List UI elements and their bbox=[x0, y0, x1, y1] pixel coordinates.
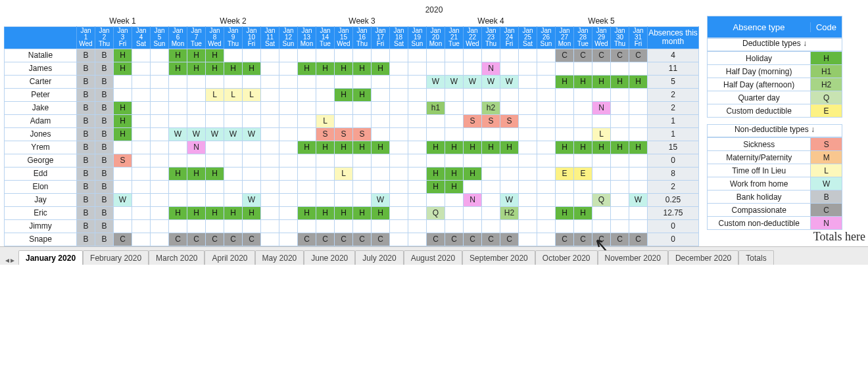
sheet-tab[interactable]: July 2020 bbox=[355, 250, 403, 265]
absence-cell[interactable] bbox=[592, 219, 611, 233]
sheet-tabs[interactable]: ◂ ▸ January 2020February 2020March 2020A… bbox=[0, 246, 868, 265]
absence-cell[interactable] bbox=[611, 167, 629, 180]
absence-cell[interactable] bbox=[390, 114, 408, 127]
absence-cell[interactable] bbox=[445, 49, 464, 62]
absence-cell[interactable]: H bbox=[298, 206, 316, 219]
absence-cell[interactable] bbox=[556, 154, 574, 167]
absence-cell[interactable]: H bbox=[556, 75, 574, 88]
absence-cell[interactable] bbox=[519, 141, 537, 154]
sheet-tab[interactable]: April 2020 bbox=[205, 250, 254, 265]
absence-cell[interactable] bbox=[114, 141, 132, 154]
sheet-tab[interactable]: February 2020 bbox=[83, 250, 149, 265]
absence-cell[interactable] bbox=[224, 101, 243, 114]
absence-cell[interactable] bbox=[132, 49, 151, 62]
absence-cell[interactable]: C bbox=[243, 233, 261, 246]
absence-cell[interactable]: H bbox=[316, 206, 335, 219]
absence-cell[interactable] bbox=[408, 141, 427, 154]
absence-cell[interactable] bbox=[151, 180, 169, 193]
absence-cell[interactable]: H2 bbox=[500, 206, 519, 219]
absence-cell[interactable]: H bbox=[556, 141, 574, 154]
absence-cell[interactable] bbox=[243, 167, 261, 180]
sheet-tab[interactable]: October 2020 bbox=[535, 250, 598, 265]
absence-cell[interactable] bbox=[427, 219, 445, 233]
absence-cell[interactable] bbox=[629, 180, 648, 193]
absence-cell[interactable] bbox=[592, 88, 611, 101]
absence-cell[interactable]: H bbox=[335, 88, 353, 101]
absence-cell[interactable]: H bbox=[114, 101, 132, 114]
absence-cell[interactable] bbox=[500, 127, 519, 141]
absence-cell[interactable]: S bbox=[500, 114, 519, 127]
absence-cell[interactable]: H bbox=[353, 88, 372, 101]
absence-cell[interactable] bbox=[372, 101, 390, 114]
absence-cell[interactable]: B bbox=[77, 114, 95, 127]
absence-cell[interactable] bbox=[611, 154, 629, 167]
absence-cell[interactable]: C bbox=[445, 233, 464, 246]
absence-cell[interactable]: H bbox=[335, 206, 353, 219]
absence-cell[interactable] bbox=[464, 101, 482, 114]
absence-cell[interactable]: C bbox=[574, 49, 592, 62]
absence-cell[interactable] bbox=[169, 193, 187, 206]
absence-cell[interactable] bbox=[519, 233, 537, 246]
absence-cell[interactable]: C bbox=[187, 233, 206, 246]
absence-cell[interactable] bbox=[427, 114, 445, 127]
absence-cell[interactable]: H bbox=[187, 206, 206, 219]
absence-cell[interactable] bbox=[390, 88, 408, 101]
absence-cell[interactable]: B bbox=[95, 206, 114, 219]
absence-cell[interactable] bbox=[445, 193, 464, 206]
absence-cell[interactable] bbox=[261, 141, 279, 154]
absence-cell[interactable] bbox=[611, 101, 629, 114]
absence-cell[interactable] bbox=[574, 88, 592, 101]
absence-cell[interactable] bbox=[519, 49, 537, 62]
absence-cell[interactable] bbox=[556, 219, 574, 233]
absence-cell[interactable]: H bbox=[187, 49, 206, 62]
absence-cell[interactable]: H bbox=[464, 141, 482, 154]
absence-cell[interactable]: H bbox=[114, 62, 132, 75]
absence-cell[interactable] bbox=[279, 101, 298, 114]
absence-cell[interactable]: C bbox=[556, 49, 574, 62]
absence-cell[interactable] bbox=[261, 114, 279, 127]
absence-cell[interactable] bbox=[187, 193, 206, 206]
absence-cell[interactable] bbox=[279, 167, 298, 180]
absence-cell[interactable] bbox=[519, 154, 537, 167]
absence-cell[interactable]: B bbox=[77, 167, 95, 180]
absence-cell[interactable] bbox=[445, 206, 464, 219]
absence-cell[interactable] bbox=[298, 114, 316, 127]
sheet-tab[interactable]: December 2020 bbox=[668, 250, 738, 265]
absence-cell[interactable]: C bbox=[335, 233, 353, 246]
absence-cell[interactable] bbox=[279, 219, 298, 233]
absence-cell[interactable] bbox=[169, 180, 187, 193]
absence-cell[interactable] bbox=[464, 88, 482, 101]
absence-cell[interactable] bbox=[132, 101, 151, 114]
absence-cell[interactable]: B bbox=[95, 75, 114, 88]
absence-cell[interactable] bbox=[372, 127, 390, 141]
absence-cell[interactable] bbox=[519, 62, 537, 75]
absence-cell[interactable] bbox=[482, 180, 500, 193]
absence-cell[interactable]: N bbox=[482, 62, 500, 75]
absence-cell[interactable] bbox=[224, 154, 243, 167]
absence-cell[interactable] bbox=[390, 219, 408, 233]
absence-cell[interactable] bbox=[574, 180, 592, 193]
absence-cell[interactable] bbox=[206, 193, 224, 206]
absence-cell[interactable]: B bbox=[95, 167, 114, 180]
absence-cell[interactable]: H bbox=[592, 141, 611, 154]
absence-cell[interactable] bbox=[224, 141, 243, 154]
absence-cell[interactable]: L bbox=[316, 114, 335, 127]
absence-cell[interactable] bbox=[500, 167, 519, 180]
absence-cell[interactable]: C bbox=[224, 233, 243, 246]
absence-cell[interactable]: L bbox=[592, 127, 611, 141]
absence-cell[interactable]: H bbox=[445, 180, 464, 193]
absence-cell[interactable]: H bbox=[574, 206, 592, 219]
absence-cell[interactable] bbox=[482, 88, 500, 101]
absence-cell[interactable]: H bbox=[335, 62, 353, 75]
absence-cell[interactable]: W bbox=[445, 75, 464, 88]
absence-cell[interactable] bbox=[169, 101, 187, 114]
absence-cell[interactable]: B bbox=[77, 49, 95, 62]
absence-cell[interactable]: H bbox=[243, 62, 261, 75]
absence-cell[interactable] bbox=[335, 219, 353, 233]
absence-cell[interactable]: H bbox=[353, 141, 372, 154]
absence-cell[interactable]: H bbox=[114, 49, 132, 62]
absence-cell[interactable] bbox=[279, 154, 298, 167]
absence-cell[interactable] bbox=[353, 180, 372, 193]
absence-cell[interactable] bbox=[335, 101, 353, 114]
sheet-tab[interactable]: January 2020 bbox=[18, 250, 83, 265]
